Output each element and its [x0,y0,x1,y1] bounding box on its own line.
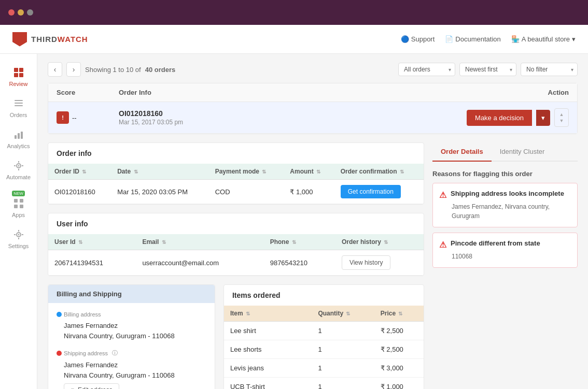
user-id-cell: 2067141394531 [48,250,136,276]
sidebar-item-apps[interactable]: NEW Apps [2,186,35,222]
sidebar-item-review[interactable]: Review [2,62,35,91]
sidebar-item-label: Apps [12,212,25,218]
logo-icon [12,32,27,47]
minimize-dot[interactable] [18,9,24,16]
email-col-header: Email ⇅ [136,234,263,250]
expand-row-button[interactable]: ▲ ▼ [554,108,569,127]
store-link[interactable]: 🏪 A beautiful store ▾ [511,35,576,43]
close-dot[interactable] [8,9,15,16]
user-info-table: User Id ⇅ Email ⇅ Phone ⇅ Order history … [48,234,424,276]
billing-address-name: James Fernandez Nirvana Country, Gurugra… [64,321,206,341]
logo-watch: WATCH [58,35,88,44]
logo-text: THIRDWATCH [31,35,88,44]
maximize-dot[interactable] [27,9,33,16]
billing-dot [57,312,62,317]
settings-icon [12,228,25,241]
view-history-button[interactable]: View history [342,255,390,270]
sidebar-item-settings[interactable]: Settings [2,224,35,253]
reason-title: ⚠ Pincode different from state [439,239,571,250]
sidebar-item-label: Orders [10,112,27,118]
price-cell: ₹ 2,500 [374,340,424,359]
new-badge: NEW [12,191,25,196]
order-info-header: Order Info [119,89,413,96]
make-decision-caret-button[interactable]: ▾ [536,110,550,126]
prev-page-button[interactable]: ‹ [48,62,62,77]
content-panels: Order info Order ID ⇅ Date ⇅ Payment mod… [48,142,578,389]
sidebar-item-analytics[interactable]: Analytics [2,124,35,153]
reason-body: 110068 [439,252,571,261]
reason-body: James Fernandez, Nirvana country, Gurugr… [439,202,571,221]
automate-icon [12,160,25,172]
sidebar-item-automate[interactable]: Automate [2,155,35,184]
warning-icon: ⚠ [439,240,446,250]
table-row: Lee shorts 1 ₹ 2,500 [224,340,424,359]
history-cell: View history [335,250,424,276]
order-info-title: Order info [48,143,424,164]
sort-select[interactable]: Newest first [459,63,516,76]
svg-point-11 [18,165,19,167]
orders-table-header: Score Order Info Action [48,83,577,102]
support-link[interactable]: 🔵 Support [401,35,435,43]
main-content: ‹ › Showing 1 to 10 of 40 orders All ord… [37,54,588,389]
quantity-cell: 1 [312,359,374,378]
order-date: Mar 15, 2017 03:05 pm [119,119,413,126]
right-tabs: Order Details Identity Cluster [432,142,578,162]
billing-shipping-body: Billing address James Fernandez Nirvana … [48,303,215,389]
apps-icon [12,197,25,210]
svg-rect-8 [18,133,20,139]
tab-order-details[interactable]: Order Details [432,142,492,162]
order-info-row: OI012018160 Mar 15, 2020 03:05 PM COD ₹ … [48,180,424,204]
phone-cell: 9876543210 [264,250,335,276]
score-dash: -- [72,114,77,122]
edit-address-button[interactable]: ✏ Edit address [64,383,119,389]
pagination-row: ‹ › Showing 1 to 10 of 40 orders All ord… [48,62,578,77]
svg-rect-6 [15,105,23,106]
user-id-col-header: User Id ⇅ [48,234,136,250]
date-cell: Mar 15, 2020 03:05 PM [111,180,208,204]
next-page-button[interactable]: › [66,62,81,77]
price-cell: ₹ 2,500 [374,322,424,340]
quantity-col-header: Quantity ⇅ [312,306,374,322]
reason-card: ⚠ Shipping address looks incomplete Jame… [432,183,578,227]
table-row: UCB T-shirt 1 ₹ 1,000 [224,378,424,390]
billing-shipping-section: Billing and Shipping Billing address Jam… [48,284,215,389]
svg-rect-0 [14,68,18,72]
svg-point-21 [18,234,19,236]
analytics-icon [12,128,25,141]
sidebar-item-orders[interactable]: Orders [2,93,35,122]
warning-icon: ⚠ [439,190,446,200]
svg-rect-19 [20,205,23,208]
billing-address-section: Billing address James Fernandez Nirvana … [57,311,206,341]
svg-rect-7 [15,135,17,139]
item-cell: UCB T-shirt [224,378,312,390]
svg-rect-9 [21,132,23,139]
logo: THIRDWATCH [12,32,88,47]
item-cell: Levis jeans [224,359,312,378]
all-orders-select[interactable]: All orders [398,63,455,76]
email-cell: userraccount@email.com [136,250,263,276]
order-info-cell: OI012018160 Mar 15, 2017 03:05 pm [119,109,413,126]
phone-col-header: Phone ⇅ [264,234,335,250]
tab-identity-cluster[interactable]: Identity Cluster [492,142,553,162]
pagination-showing: Showing 1 to 10 of [85,66,141,74]
action-header: Action [413,89,569,96]
svg-rect-17 [20,199,23,203]
logo-third: THIRD [31,35,58,44]
user-info-row: 2067141394531 userraccount@email.com 987… [48,250,424,276]
chevron-up-icon: ▲ [559,112,564,117]
billing-items-row: Billing and Shipping Billing address Jam… [48,284,424,389]
documentation-link[interactable]: 📄 Documentation [445,35,500,43]
order-confirmation-col-header: Order confirmation ⇅ [334,164,424,180]
sidebar-item-label: Settings [8,243,29,249]
payment-mode-cell: COD [209,180,284,204]
billing-shipping-title: Billing and Shipping [48,285,215,303]
filter-select[interactable]: No filter [521,63,578,76]
reason-card: ⚠ Pincode different from state 110068 [432,233,578,268]
right-panel: Order Details Identity Cluster Reasons f… [432,142,578,389]
billing-address-label: Billing address [57,311,206,318]
all-orders-select-wrap: All orders [398,63,455,76]
sidebar-item-label: Review [9,81,27,87]
make-decision-button[interactable]: Make a decision [467,110,532,126]
get-confirmation-button[interactable]: Get confirmation [341,185,401,198]
info-icon: ⓘ [112,349,118,357]
